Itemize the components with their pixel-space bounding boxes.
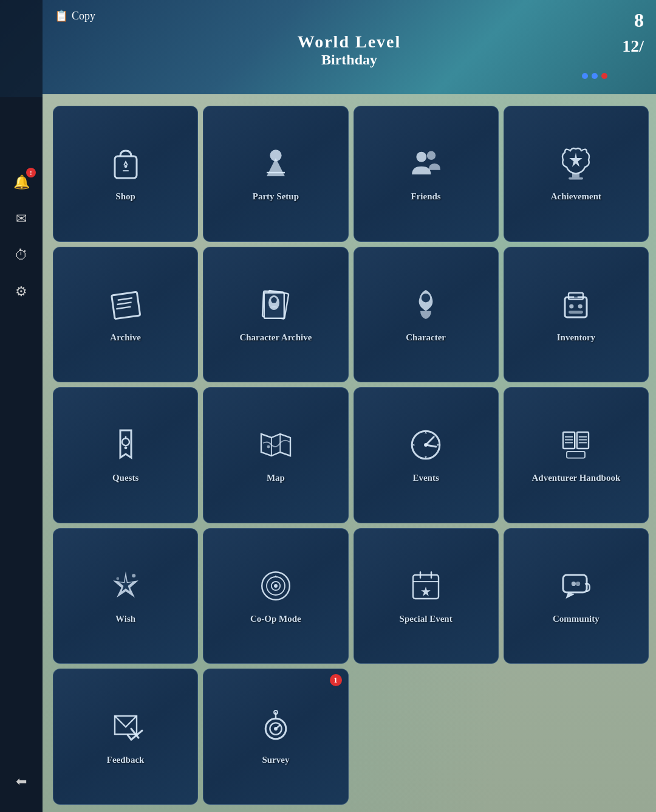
birthday-value: 12/ — [622, 36, 644, 56]
svg-point-42 — [132, 574, 135, 577]
menu-item-achievements[interactable]: Achievement — [504, 106, 649, 242]
special-event-icon — [408, 568, 444, 610]
menu-item-party-setup[interactable]: Party Setup — [203, 106, 348, 242]
menu-item-quests[interactable]: Quests — [53, 387, 198, 523]
svg-point-5 — [417, 152, 427, 162]
svg-rect-24 — [574, 296, 578, 297]
friends-label: Friends — [411, 191, 441, 202]
menu-item-wish[interactable]: Wish — [53, 528, 198, 664]
special-event-label: Special Event — [400, 613, 453, 624]
achievements-icon — [558, 145, 594, 187]
adventurer-handbook-icon — [558, 427, 594, 469]
exit-icon[interactable]: ⬅ — [9, 769, 33, 794]
menu-item-special-event[interactable]: Special Event — [354, 528, 499, 664]
svg-rect-19 — [565, 297, 587, 317]
svg-point-53 — [572, 582, 576, 586]
co-op-mode-icon — [258, 568, 294, 610]
quests-label: Quests — [112, 472, 138, 483]
sidebar: 🔔 ✉ ⏱ ⚙ ⬅ — [0, 0, 43, 812]
svg-rect-8 — [569, 177, 583, 180]
copy-section: 📋 Copy — [55, 9, 95, 22]
survey-badge: 1 — [330, 674, 342, 686]
survey-icon — [258, 709, 294, 751]
survey-label: Survey — [262, 754, 289, 765]
co-op-mode-label: Co-Op Mode — [250, 613, 301, 624]
events-icon — [408, 427, 444, 469]
menu-item-archive[interactable]: Archive — [53, 247, 198, 383]
svg-rect-23 — [569, 311, 583, 314]
world-level-value: 8 — [634, 9, 644, 32]
inventory-icon — [558, 286, 594, 328]
friends-icon — [408, 145, 444, 187]
menu-item-character[interactable]: Character — [354, 247, 499, 383]
menu-item-friends[interactable]: Friends — [354, 106, 499, 242]
svg-line-11 — [117, 302, 131, 304]
character-label: Character — [406, 332, 446, 343]
svg-point-17 — [271, 297, 277, 303]
svg-point-1 — [124, 165, 127, 168]
svg-point-6 — [427, 151, 436, 160]
feedback-icon — [108, 709, 144, 751]
menu-item-feedback[interactable]: Feedback — [53, 669, 198, 805]
character-icon — [408, 286, 444, 328]
world-level-title: World Level — [298, 32, 401, 52]
svg-point-43 — [116, 577, 119, 580]
settings-icon[interactable]: ⚙ — [9, 280, 33, 304]
events-label: Events — [412, 472, 439, 483]
menu-item-shop[interactable]: Shop — [53, 106, 198, 242]
party-setup-label: Party Setup — [253, 191, 299, 202]
community-label: Community — [553, 613, 600, 624]
svg-point-18 — [422, 294, 430, 302]
achievements-label: Achievement — [551, 191, 601, 202]
wish-icon — [108, 568, 144, 610]
svg-point-27 — [124, 447, 127, 450]
menu-item-community[interactable]: Community — [504, 528, 649, 664]
mail-icon[interactable]: ✉ — [9, 207, 33, 231]
dot-3 — [601, 73, 607, 79]
character-archive-icon — [258, 286, 294, 328]
svg-point-25 — [122, 439, 129, 446]
birthday-label: Birthday — [298, 52, 401, 68]
svg-point-47 — [274, 584, 278, 588]
notification-icon[interactable]: 🔔 — [9, 170, 33, 194]
svg-point-30 — [267, 446, 270, 449]
svg-point-61 — [274, 727, 278, 731]
svg-rect-9 — [111, 292, 140, 318]
clock-icon[interactable]: ⏱ — [9, 243, 33, 267]
menu-item-map[interactable]: Map — [203, 387, 348, 523]
archive-label: Archive — [110, 332, 141, 343]
community-icon — [558, 568, 594, 610]
header: 📋 Copy World Level Birthday 8 12/ — [43, 0, 656, 94]
menu-item-co-op-mode[interactable]: Co-Op Mode — [203, 528, 348, 664]
menu-item-survey[interactable]: 1 Survey — [203, 669, 348, 805]
map-label: Map — [267, 472, 285, 483]
dot-1 — [582, 73, 588, 79]
svg-point-32 — [424, 443, 428, 447]
menu-item-inventory[interactable]: Inventory — [504, 247, 649, 383]
dots-indicator — [582, 73, 607, 79]
feedback-label: Feedback — [107, 754, 145, 765]
svg-point-21 — [570, 304, 574, 308]
main-menu-grid: Shop Party Setup Friends — [46, 98, 656, 812]
shop-icon — [108, 145, 144, 187]
svg-line-10 — [117, 298, 132, 300]
shop-label: Shop — [115, 191, 135, 202]
svg-rect-41 — [567, 452, 585, 458]
copy-label: Copy — [72, 10, 95, 22]
map-icon — [258, 427, 294, 469]
dot-2 — [592, 73, 598, 79]
menu-item-adventurer-handbook[interactable]: Adventurer Handbook — [504, 387, 649, 523]
copy-icon: 📋 — [55, 9, 68, 22]
wish-label: Wish — [115, 613, 135, 624]
svg-line-12 — [116, 306, 131, 309]
inventory-label: Inventory — [557, 332, 595, 343]
menu-item-character-archive[interactable]: Character Archive — [203, 247, 348, 383]
character-archive-label: Character Archive — [239, 332, 312, 343]
svg-rect-7 — [572, 174, 579, 177]
menu-item-events[interactable]: Events — [354, 387, 499, 523]
archive-icon — [108, 286, 144, 328]
world-level-section: World Level Birthday — [298, 32, 401, 68]
party-setup-icon — [258, 145, 294, 187]
quests-icon — [108, 427, 144, 469]
adventurer-handbook-label: Adventurer Handbook — [532, 472, 621, 483]
